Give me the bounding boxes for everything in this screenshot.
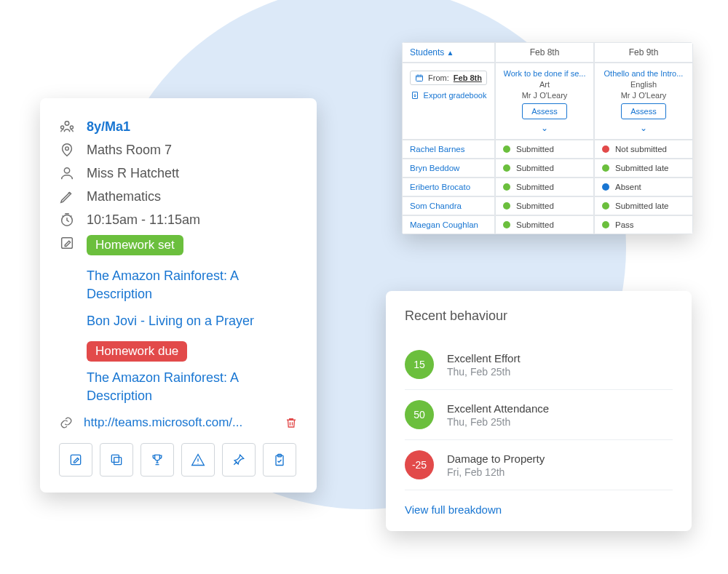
status-cell: Submitted late: [594, 159, 693, 178]
room-row: Maths Room 7: [59, 142, 298, 158]
room-name: Maths Room 7: [87, 143, 172, 158]
student-name-cell: Bryn Beddow: [402, 159, 495, 178]
status-label: Not submitted: [615, 145, 667, 154]
action-warning-button[interactable]: [181, 443, 215, 477]
link-icon: [59, 415, 74, 430]
assignment-subject: Art: [539, 80, 550, 89]
action-bar: [59, 443, 298, 477]
location-icon: [59, 142, 75, 158]
student-name[interactable]: Eriberto Brocato: [410, 183, 470, 191]
student-name[interactable]: Bryn Beddow: [410, 164, 459, 172]
behaviour-date: Thu, Feb 25th: [447, 366, 521, 378]
assignment-title[interactable]: Othello and the Intro...: [604, 69, 684, 78]
class-row: 8y/Ma1: [59, 119, 298, 135]
student-name[interactable]: Rachel Barnes: [410, 145, 464, 154]
person-icon: [59, 165, 75, 181]
behaviour-date: Thu, Feb 25th: [447, 416, 549, 428]
export-label: Export gradebook: [424, 91, 487, 100]
behaviour-label: Excellent Attendance: [447, 402, 549, 415]
from-date-picker[interactable]: From: Feb 8th: [410, 71, 487, 85]
class-icon: [59, 119, 75, 135]
status-label: Submitted: [516, 220, 554, 229]
status-dot-icon: [503, 183, 510, 191]
clock-icon: [59, 212, 75, 228]
hw-set-list: The Amazon Rainforest: A Description Bon…: [87, 267, 298, 331]
teacher-row: Miss R Hatchett: [59, 165, 298, 181]
status-label: Submitted: [516, 164, 554, 172]
student-name-cell: Eriberto Brocato: [402, 178, 495, 196]
view-full-breakdown-link[interactable]: View full breakdown: [405, 503, 502, 516]
export-icon: [411, 91, 419, 100]
hw-set-item[interactable]: The Amazon Rainforest: A Description: [87, 267, 298, 303]
student-name[interactable]: Maegan Coughlan: [410, 220, 478, 229]
action-clipboard-button[interactable]: [263, 443, 296, 477]
behaviour-title: Recent behaviour: [405, 308, 673, 324]
homework-set-row: Homework set: [59, 235, 298, 260]
student-name-cell: Rachel Barnes: [402, 140, 495, 159]
action-copy-button[interactable]: [100, 443, 133, 477]
status-cell: Submitted: [495, 196, 594, 215]
gradebook-card: Students ▲ Feb 8th Feb 9th From: Feb 8th…: [402, 42, 693, 234]
status-label: Submitted: [516, 202, 554, 210]
svg-rect-8: [114, 458, 122, 465]
behaviour-label: Damage to Property: [447, 453, 545, 465]
assignment-teacher: Mr J O'Leary: [621, 91, 667, 100]
chevron-down-icon[interactable]: ⌄: [541, 123, 548, 133]
behaviour-score: 50: [405, 400, 434, 429]
assess-button[interactable]: Assess: [522, 103, 566, 119]
date-header: Feb 8th: [495, 42, 594, 63]
time-row: 10:15am - 11:15am: [59, 212, 298, 228]
assignment-subject: English: [630, 80, 657, 89]
date-header: Feb 9th: [594, 42, 693, 63]
behaviour-date: Fri, Feb 12th: [447, 466, 545, 478]
assignment-cell: Work to be done if se... Art Mr J O'Lear…: [495, 63, 594, 140]
assignment-title[interactable]: Work to be done if se...: [504, 69, 586, 78]
teams-url[interactable]: http://teams.microsoft.com/...: [84, 415, 274, 430]
chevron-down-icon[interactable]: ⌄: [640, 123, 647, 133]
status-dot-icon: [503, 164, 510, 172]
status-label: Absent: [615, 183, 641, 191]
svg-point-3: [66, 147, 69, 151]
status-label: Pass: [615, 220, 634, 229]
hw-due-section: Homework due The Amazon Rainforest: A De…: [87, 341, 298, 405]
delete-url-button[interactable]: [285, 416, 298, 429]
student-name[interactable]: Som Chandra: [410, 202, 462, 210]
from-label: From:: [428, 73, 449, 82]
subject-name: Mathematics: [87, 189, 161, 204]
behaviour-score: -25: [405, 450, 434, 479]
gradebook-tools: From: Feb 8th Export gradebook: [402, 63, 495, 140]
subject-row: Mathematics: [59, 188, 298, 204]
edit-icon: [59, 235, 75, 251]
pencil-icon: [59, 188, 75, 204]
behaviour-card: Recent behaviour 15 Excellent Effort Thu…: [386, 291, 692, 531]
action-trophy-button[interactable]: [141, 443, 174, 477]
status-dot-icon: [503, 202, 510, 210]
behaviour-item: 15 Excellent Effort Thu, Feb 25th: [405, 340, 673, 390]
status-dot-icon: [602, 164, 609, 172]
student-name-cell: Maegan Coughlan: [402, 215, 495, 234]
lesson-card: 8y/Ma1 Maths Room 7 Miss R Hatchett Math…: [40, 98, 317, 493]
url-row: http://teams.microsoft.com/...: [59, 415, 298, 430]
students-header-label: Students: [410, 47, 444, 57]
student-name-cell: Som Chandra: [402, 196, 495, 215]
homework-set-badge: Homework set: [87, 235, 183, 255]
sort-caret-icon: ▲: [446, 49, 454, 57]
students-header[interactable]: Students ▲: [402, 42, 495, 63]
action-pin-button[interactable]: [222, 443, 256, 477]
export-gradebook-link[interactable]: Export gradebook: [411, 91, 487, 100]
status-dot-icon: [602, 146, 609, 153]
status-cell: Pass: [594, 215, 693, 234]
status-label: Submitted: [516, 145, 554, 154]
status-cell: Absent: [594, 178, 693, 196]
time-text: 10:15am - 11:15am: [87, 212, 200, 228]
status-dot-icon: [503, 221, 510, 228]
class-name[interactable]: 8y/Ma1: [87, 119, 130, 135]
hw-set-item[interactable]: Bon Jovi - Living on a Prayer: [87, 312, 298, 330]
behaviour-item: 50 Excellent Attendance Thu, Feb 25th: [405, 390, 673, 440]
gradebook-table: Students ▲ Feb 8th Feb 9th From: Feb 8th…: [402, 42, 693, 234]
svg-point-1: [61, 126, 64, 129]
svg-point-2: [70, 126, 73, 129]
action-edit-button[interactable]: [59, 443, 92, 477]
assess-button[interactable]: Assess: [621, 103, 665, 119]
hw-due-item[interactable]: The Amazon Rainforest: A Description: [87, 369, 298, 405]
